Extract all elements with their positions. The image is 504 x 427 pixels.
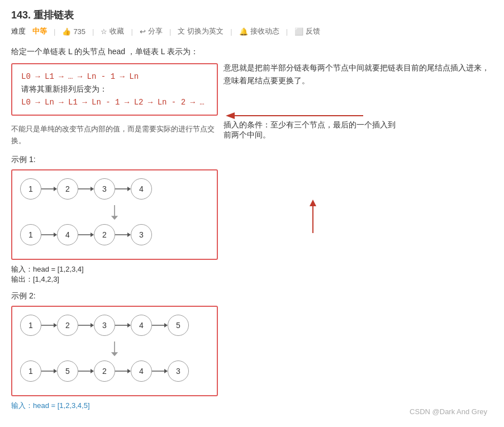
switch-lang-button[interactable]: 文 切换为英文 <box>178 26 224 36</box>
node-b-2-2: 5 <box>57 360 78 382</box>
node-2-2: 2 <box>57 315 78 336</box>
example2-title: 示例 2: <box>11 291 218 301</box>
node-2-3: 3 <box>94 315 115 336</box>
like-button[interactable]: 👍 735 <box>62 27 85 36</box>
up-arrow-svg <box>224 200 402 233</box>
arrow-b-2 <box>78 231 94 239</box>
svg-marker-33 <box>226 112 235 119</box>
node-2-5: 5 <box>168 315 189 336</box>
arrow-2 <box>78 185 94 193</box>
node-b-1-1: 1 <box>20 224 41 245</box>
collect-button[interactable]: ☆ 收藏 <box>101 26 124 36</box>
node-b-1-2: 4 <box>57 224 78 245</box>
annotation-middle-text: 插入的条件：至少有三个节点，最后的一个插入到前两个中间。 <box>224 120 397 140</box>
node-b-1-3: 2 <box>94 224 115 245</box>
share-icon: ↩ <box>140 27 146 36</box>
example1-output: 输出：[1,4,2,3] <box>11 274 218 284</box>
example1-input: 输入：head = [1,2,3,4] <box>11 264 218 274</box>
node-1-1: 1 <box>20 178 41 200</box>
example1-top-row: 1 2 <box>20 178 209 200</box>
right-column: 意思就是把前半部分链表每两个节点中间就要把链表目前的尾结点插入进来，意味着尾结点… <box>224 45 493 417</box>
meta-row: 难度 中等 | 👍 735 | ☆ 收藏 | ↩ 分享 | 文 切换为英文 | … <box>11 26 493 36</box>
description-text: 给定一个单链表 L 的头节点 head ，单链表 L 表示为： <box>11 45 218 58</box>
arrow-1 <box>41 185 57 193</box>
node-b-2-3: 2 <box>94 360 115 382</box>
page-wrapper: 143. 重排链表 难度 中等 | 👍 735 | ☆ 收藏 | ↩ 分享 | … <box>11 8 493 417</box>
example2-box: 1 2 <box>11 306 218 396</box>
node-1-3: 3 <box>94 178 115 200</box>
down-arrow-2 <box>20 341 209 357</box>
lang-icon: 文 <box>178 26 185 36</box>
difficulty-badge: 中等 <box>32 26 47 36</box>
node-b-2-1: 1 <box>20 360 41 382</box>
share-button[interactable]: ↩ 分享 <box>140 26 163 36</box>
main-content: 给定一个单链表 L 的头节点 head ，单链表 L 表示为： L0 → L1 … <box>11 45 493 417</box>
note-text: 不能只是单纯的改变节点内部的值，而是需要实际的进行节点交换。 <box>11 124 218 147</box>
like-count: 735 <box>73 27 85 36</box>
example1-bottom-row: 1 4 <box>20 224 209 245</box>
thumb-icon: 👍 <box>62 27 71 36</box>
left-column: 给定一个单链表 L 的头节点 head ，单链表 L 表示为： L0 → L1 … <box>11 45 218 417</box>
node-2-1: 1 <box>20 315 41 336</box>
annotation-top-text: 意思就是把前半部分链表每两个节点中间就要把链表目前的尾结点插入进来，意味着尾结点… <box>224 64 489 85</box>
feedback-button[interactable]: ⬜ 反馈 <box>294 26 320 36</box>
example1-box: 1 2 <box>11 169 218 260</box>
formula-box: L0 → L1 → … → Ln - 1 → Ln 请将其重新排列后变为： L0… <box>11 63 218 116</box>
watermark: CSDN @Dark And Grey <box>410 407 487 416</box>
svg-marker-7 <box>111 216 118 220</box>
arrow-annotation-area: 插入的条件：至少有三个节点，最后的一个插入到前两个中间。 <box>224 105 493 138</box>
svg-marker-23 <box>111 352 118 356</box>
up-arrow-area <box>224 200 493 222</box>
annotation-top: 意思就是把前半部分链表每两个节点中间就要把链表目前的尾结点插入进来，意味着尾结点… <box>224 45 493 88</box>
rearrange-label: 请将其重新排列后变为： <box>21 84 208 94</box>
arrow-b-1 <box>41 231 57 239</box>
subscribe-button[interactable]: 🔔 接收动态 <box>239 26 279 36</box>
bell-icon: 🔔 <box>239 27 248 36</box>
node-1-4: 4 <box>131 178 152 200</box>
page-title: 143. 重排链表 <box>11 8 493 22</box>
node-b-1-4: 3 <box>131 224 152 245</box>
star-icon: ☆ <box>101 27 107 36</box>
node-b-2-5: 3 <box>168 360 189 382</box>
example1-section: 示例 1: 1 2 <box>11 155 218 284</box>
formula2: L0 → Ln → L1 → Ln - 1 → L2 → Ln - 2 → … <box>21 98 208 107</box>
example2-bottom-row: 1 5 <box>20 360 209 382</box>
example2-section: 示例 2: 1 2 <box>11 291 218 411</box>
node-1-2: 2 <box>57 178 78 200</box>
arrow-3 <box>115 185 131 193</box>
formula1: L0 → L1 → … → Ln - 1 → Ln <box>21 72 208 81</box>
example1-io: 输入：head = [1,2,3,4] 输出：[1,4,2,3] <box>11 264 218 284</box>
svg-marker-35 <box>310 200 316 206</box>
node-2-4: 4 <box>131 315 152 336</box>
difficulty-label: 难度 <box>11 26 26 36</box>
arrow-b-3 <box>115 231 131 239</box>
down-arrow-1 <box>20 205 209 221</box>
feedback-icon: ⬜ <box>294 27 303 36</box>
example2-input: 输入：head = [1,2,3,4,5] <box>11 401 218 411</box>
example2-top-row: 1 2 <box>20 315 209 336</box>
example2-io: 输入：head = [1,2,3,4,5] <box>11 401 218 411</box>
example1-title: 示例 1: <box>11 155 218 165</box>
node-b-2-4: 4 <box>131 360 152 382</box>
